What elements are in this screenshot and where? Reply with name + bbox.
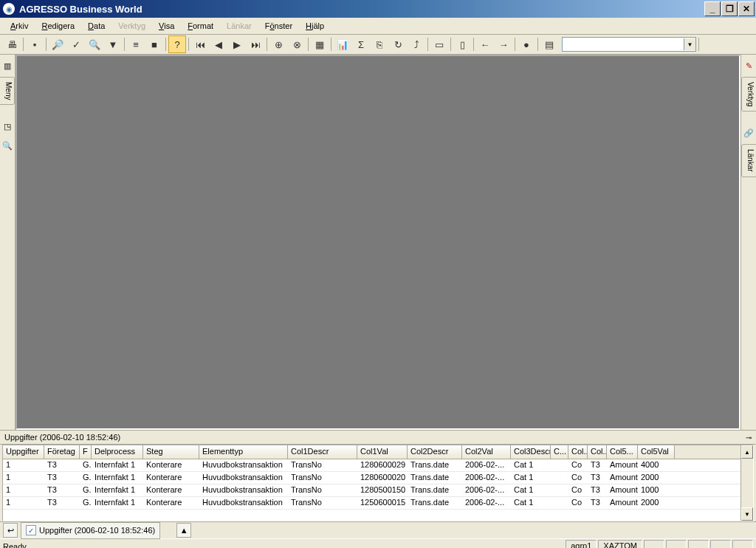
table-cell: Amount <box>607 484 638 496</box>
zoom-icon[interactable]: 🔍 <box>86 35 103 53</box>
chevron-down-icon[interactable]: ▼ <box>684 38 695 50</box>
scroll-up-icon[interactable]: ▲ <box>741 445 753 459</box>
back-icon[interactable]: ← <box>476 35 494 53</box>
record-icon[interactable]: ● <box>518 35 535 53</box>
table-row[interactable]: 1T3G.Internfakt 1KonterareHuvudbokstrans… <box>3 472 753 484</box>
column-header[interactable]: C... <box>551 445 568 459</box>
table-cell <box>551 459 568 471</box>
book-icon[interactable]: ▥ <box>1 59 14 72</box>
column-header[interactable]: Företag <box>44 445 80 459</box>
scroll-down-icon[interactable]: ▼ <box>741 507 753 521</box>
menu-data[interactable]: Data <box>82 20 111 32</box>
table-cell: Trans.date <box>408 484 462 496</box>
export-icon[interactable]: ⤴ <box>408 35 425 53</box>
search-icon[interactable]: 🔍 <box>1 139 14 152</box>
column-header[interactable]: Elementtyp <box>199 445 288 459</box>
forward-icon[interactable]: → <box>495 35 512 53</box>
tab-uppgifter[interactable]: ✓ Uppgifter (2006-02-10 18:52:46) <box>21 522 160 539</box>
column-header[interactable]: Col5... <box>607 445 638 459</box>
table-cell: G. <box>80 459 92 471</box>
toolbar-combo[interactable]: ▼ <box>562 37 696 52</box>
table-cell: T3 <box>588 497 607 509</box>
verktyg-tab[interactable]: Verktyg <box>741 77 756 112</box>
copy-icon[interactable]: ⎘ <box>371 35 388 53</box>
minimize-button[interactable]: _ <box>704 1 721 16</box>
column-header[interactable]: Delprocess <box>92 445 143 459</box>
menu-visa[interactable]: Visa <box>153 20 180 32</box>
status-cell: agrp1 <box>566 540 597 548</box>
column-header[interactable]: Col... <box>568 445 588 459</box>
nav-back-icon[interactable]: ↩ <box>3 523 18 538</box>
window-icon[interactable]: ◳ <box>1 120 14 133</box>
print-icon[interactable]: 🖶 <box>3 35 21 53</box>
table-icon[interactable]: ▦ <box>311 35 329 53</box>
table-cell: 2006-02-... <box>462 472 511 484</box>
expand-icon[interactable]: ▲ <box>176 523 191 538</box>
table-cell <box>551 484 568 496</box>
restore-button[interactable]: ❐ <box>721 1 738 16</box>
find-icon[interactable]: 🔎 <box>49 35 66 53</box>
table-cell: TransNo <box>288 484 357 496</box>
table-cell: TransNo <box>288 459 357 471</box>
save-icon[interactable]: ▪ <box>26 35 44 53</box>
menu-hjälp[interactable]: Hjälp <box>300 20 330 32</box>
delete-icon[interactable]: ⊗ <box>288 35 306 53</box>
column-header[interactable]: Col1Descr <box>288 445 357 459</box>
prev-icon[interactable]: ◀ <box>210 35 227 53</box>
status-text: Ready <box>3 542 27 548</box>
table-row[interactable]: 1T3G.Internfakt 1KonterareHuvudbokstrans… <box>3 497 753 510</box>
table-cell: 2000 <box>638 497 675 509</box>
column-header[interactable]: Col1Val <box>357 445 408 459</box>
stop-icon[interactable]: ■ <box>145 35 163 53</box>
tab-checkbox[interactable]: ✓ <box>26 525 36 535</box>
column-header[interactable]: Col2Val <box>462 445 511 459</box>
table-cell: Konterare <box>143 459 199 471</box>
table-cell: Cat 1 <box>511 459 551 471</box>
window-icon[interactable]: ▭ <box>430 35 448 53</box>
column-header[interactable]: Col2Descr <box>408 445 462 459</box>
chart-icon[interactable]: 📊 <box>334 35 351 53</box>
toolbar: 🖶 ▪ 🔎 ✓ 🔍 ▼ ≡ ■ ? ⏮ ◀ ▶ ⏭ ⊕ ⊗ ▦ 📊 Σ ⎘ ↻ … <box>0 35 756 55</box>
rows-icon[interactable]: ≡ <box>127 35 145 53</box>
table-row[interactable]: 1T3G.Internfakt 1KonterareHuvudbokstrans… <box>3 484 753 497</box>
list-icon[interactable]: ▤ <box>540 35 558 53</box>
table-cell: Internfakt 1 <box>92 472 143 484</box>
sum-icon[interactable]: Σ <box>352 35 370 53</box>
table-cell: Internfakt 1 <box>92 484 143 496</box>
link-icon[interactable]: 🔗 <box>742 126 755 140</box>
table-cell: Trans.date <box>408 459 462 471</box>
table-cell: 1280600020 <box>357 472 408 484</box>
help-icon[interactable]: ? <box>168 35 186 53</box>
first-icon[interactable]: ⏮ <box>191 35 209 53</box>
check-icon[interactable]: ✓ <box>67 35 85 53</box>
pin-icon[interactable]: ⊸ <box>746 434 752 442</box>
table-cell: T3 <box>44 497 80 509</box>
next-icon[interactable]: ▶ <box>228 35 246 53</box>
doc-icon[interactable]: ▯ <box>453 35 471 53</box>
column-header[interactable]: Uppgifter <box>3 445 44 459</box>
meny-tab[interactable]: Meny <box>0 77 15 105</box>
column-header[interactable]: F <box>80 445 92 459</box>
lankar-tab[interactable]: Länkar <box>741 144 756 177</box>
close-button[interactable]: ✕ <box>738 1 755 16</box>
last-icon[interactable]: ⏭ <box>247 35 264 53</box>
refresh-icon[interactable]: ↻ <box>389 35 407 53</box>
column-header[interactable]: Steg <box>143 445 199 459</box>
scrollbar[interactable]: ▲ ▼ <box>740 445 753 521</box>
column-header[interactable]: Col... <box>588 445 607 459</box>
menu-länkar[interactable]: Länkar <box>221 20 258 32</box>
pencil-icon[interactable]: ✎ <box>742 59 755 72</box>
menu-verktyg[interactable]: Verktyg <box>112 20 151 32</box>
table-row[interactable]: 1T3G.Internfakt 1KonterareHuvudbokstrans… <box>3 459 753 472</box>
insert-icon[interactable]: ⊕ <box>269 35 287 53</box>
column-header[interactable]: Col5Val <box>638 445 675 459</box>
menu-format[interactable]: Format <box>182 20 219 32</box>
status-cell <box>688 540 709 548</box>
menu-arkiv[interactable]: Arkiv <box>4 20 34 32</box>
panel-title-bar: Uppgifter (2006-02-10 18:52:46) ⊸ <box>0 431 756 445</box>
column-header[interactable]: Col3Descr <box>511 445 551 459</box>
menu-fönster[interactable]: Fönster <box>259 20 298 32</box>
table-cell: Cat 1 <box>511 497 551 509</box>
filter-icon[interactable]: ▼ <box>104 35 122 53</box>
menu-redigera[interactable]: Redigera <box>35 20 80 32</box>
